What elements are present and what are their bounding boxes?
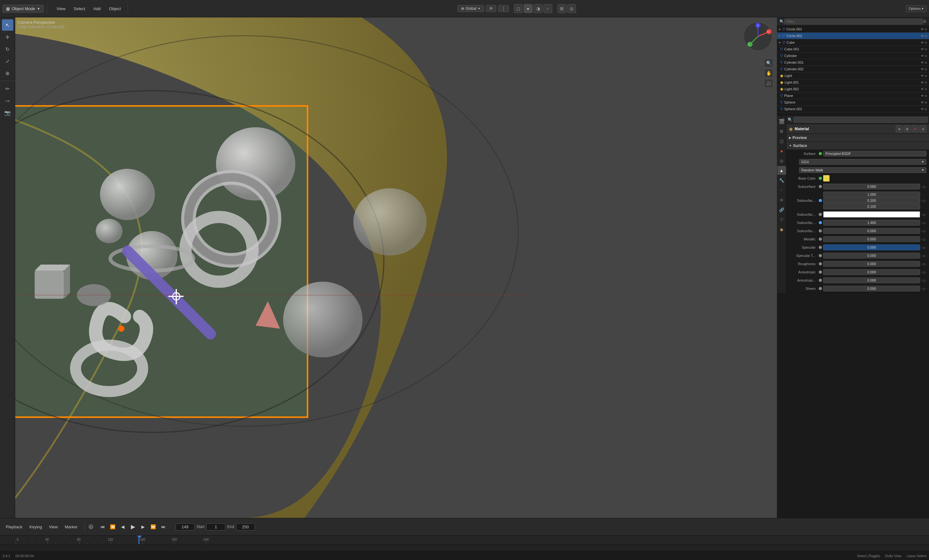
select-icon[interactable]: ⊙ [924, 101, 927, 104]
select-icon[interactable]: ⊙ [924, 61, 927, 64]
select-icon[interactable]: ⊙ [924, 74, 927, 78]
menu-object[interactable]: Object [105, 5, 125, 12]
base-color-swatch[interactable] [823, 175, 829, 182]
outliner-search[interactable] [784, 19, 923, 24]
preview-header[interactable]: ▶ Preview [786, 134, 929, 142]
select-tool[interactable]: ↖ [2, 19, 13, 31]
material-btn[interactable]: ◑ [533, 4, 543, 13]
sheen-value[interactable]: 0.000 [823, 286, 920, 291]
subsurface-value[interactable]: 0.000 [823, 184, 920, 190]
restrict-icon[interactable]: 👁 [921, 87, 924, 91]
measure-tool[interactable]: ⊸ [2, 95, 13, 106]
keying-menu[interactable]: Keying [26, 523, 45, 530]
outliner-item-plane[interactable]: ▽ Plane 👁 ⊙ [777, 92, 929, 99]
anisotropic-rot-value[interactable]: 0.000 [823, 277, 920, 283]
end-frame[interactable]: 250 [236, 523, 255, 531]
scale-tool[interactable]: ⤢ [2, 55, 13, 67]
scene-props-icon[interactable]: 🔺 [777, 146, 786, 155]
restrict-icon[interactable]: 👁 [921, 67, 924, 71]
outliner-item-cylinder[interactable]: ▽ Cylinder 👁 ⊙ [777, 53, 929, 59]
marker-menu[interactable]: Marker [61, 523, 80, 530]
select-icon[interactable]: ⊙ [924, 67, 927, 71]
material-node-btn[interactable]: ⊜ [920, 125, 926, 132]
outliner-item-light001[interactable]: ◉ Light.001 👁 ⊙ [777, 79, 929, 86]
playback-menu[interactable]: Playback [3, 523, 26, 530]
outliner-item-circle001[interactable]: ▶ ▽ Circle.001 👁 ⊙ [777, 26, 929, 33]
playback-indicator[interactable] [89, 525, 93, 529]
world-props-icon[interactable]: ◎ [777, 156, 786, 165]
select-icon[interactable]: ⊙ [924, 47, 927, 51]
move-tool[interactable]: ✛ [2, 31, 13, 43]
restrict-icon[interactable]: 👁 [921, 94, 924, 98]
jump-end-btn[interactable]: ⏭ [159, 522, 168, 531]
restrict-icon[interactable]: 👁 [921, 34, 924, 38]
camera-view-btn[interactable]: 🎥 [764, 79, 773, 88]
subsurface-color-field[interactable] [823, 211, 920, 217]
select-icon[interactable]: ⊙ [924, 28, 927, 31]
material-copy-btn[interactable]: ⊞ [904, 125, 911, 132]
next-keyframe-btn[interactable]: ⏩ [149, 522, 158, 531]
restrict-icon[interactable]: 👁 [921, 47, 924, 51]
outliner-item-cylinder001[interactable]: ▽ Cylinder.001 👁 ⊙ [777, 59, 929, 66]
transform-tool[interactable]: ⊕ [2, 67, 13, 79]
outliner-item-light[interactable]: ◉ Light 👁 ⊙ [777, 72, 929, 79]
snap-btn[interactable]: ⋮ [498, 5, 509, 12]
solid-btn[interactable]: ● [524, 4, 533, 13]
select-icon[interactable]: ⊙ [924, 54, 927, 58]
nav-gizmo[interactable]: X Y Z [742, 21, 774, 52]
random-walk-dropdown[interactable]: Random Walk ▼ [799, 167, 926, 173]
data-icon[interactable]: ▽ [777, 215, 786, 224]
pan-btn[interactable]: ✋ [764, 69, 773, 78]
outliner-options-btn[interactable]: ⚙ [923, 19, 926, 24]
pivot-btn[interactable]: ⟳ [486, 5, 496, 12]
sub-val-3[interactable]: 0.100 [823, 203, 920, 210]
prev-frame-btn[interactable]: ◀ [118, 522, 127, 531]
viewport[interactable]: Camera Perspective (149) Collection | Ci… [15, 17, 777, 518]
restrict-icon[interactable]: 👁 [921, 101, 924, 104]
subsurface-scale-value[interactable]: 0.000 [823, 228, 920, 234]
view-layer-icon[interactable]: ◫ [777, 136, 786, 145]
material-browse-btn[interactable]: ⊕ [896, 125, 903, 132]
menu-add[interactable]: Add [90, 5, 104, 12]
particles-icon[interactable]: ⁘ [777, 186, 786, 194]
options-btn[interactable]: Options ▾ [906, 5, 926, 12]
next-frame-btn[interactable]: ▶ [139, 522, 148, 531]
modifier-icon[interactable]: 🔧 [777, 176, 786, 185]
outliner-item-light002[interactable]: ◉ Light.002 👁 ⊙ [777, 86, 929, 92]
surface-header[interactable]: ▼ Surface [786, 142, 929, 150]
select-icon[interactable]: ⊙ [924, 41, 927, 44]
camera-tool[interactable]: 📷 [2, 107, 13, 118]
start-frame[interactable]: 1 [206, 523, 225, 531]
rotate-tool[interactable]: ↻ [2, 43, 13, 55]
outliner-item-cylinder002[interactable]: ▽ Cylinder.002 👁 ⊙ [777, 66, 929, 72]
mode-selector[interactable]: ▦ Object Mode ▼ [3, 5, 44, 13]
timeline-track[interactable] [0, 545, 929, 551]
select-icon[interactable]: ⊙ [924, 107, 927, 111]
menu-view[interactable]: View [53, 5, 69, 12]
select-icon[interactable]: ⊙ [924, 81, 927, 84]
anisotropic-value[interactable]: 0.000 [823, 269, 920, 275]
wireframe-btn[interactable]: ◻ [514, 4, 523, 13]
zoom-in-btn[interactable]: 🔍 [764, 58, 773, 67]
view-menu[interactable]: View [46, 523, 61, 530]
current-frame[interactable]: 149 [176, 523, 195, 531]
roughness-value[interactable]: 0.000 [823, 261, 920, 267]
specular-tint-value[interactable]: 0.000 [823, 253, 920, 259]
surface-type-dropdown[interactable]: Principled BSDF [823, 151, 926, 156]
sub-val-2[interactable]: 0.200 [823, 197, 920, 203]
metallic-value[interactable]: 0.000 [823, 236, 920, 242]
restrict-icon[interactable]: 👁 [921, 41, 924, 44]
outliner-item-cube[interactable]: ▶ ▽ Cube 👁 ⊙ [777, 39, 929, 46]
sub-val-1[interactable]: 1.000 [823, 192, 920, 197]
restrict-icon[interactable]: 👁 [921, 81, 924, 84]
select-icon[interactable]: ⊙ [924, 87, 927, 91]
props-search-input[interactable] [794, 117, 928, 122]
output-props-icon[interactable]: ⊞ [777, 127, 786, 136]
render-props-icon[interactable]: 🎬 [777, 117, 786, 126]
ggx-dropdown[interactable]: GGX ▼ [799, 159, 926, 165]
outliner-item-sphere[interactable]: ▽ Sphere 👁 ⊙ [777, 99, 929, 106]
render-btn[interactable]: ○ [543, 4, 552, 13]
outliner-item-sphere001[interactable]: ▽ Sphere.001 👁 ⊙ [777, 106, 929, 112]
material-delete-btn[interactable]: ✕ [912, 125, 918, 132]
overlay-btn[interactable]: ⊞ [557, 4, 566, 13]
